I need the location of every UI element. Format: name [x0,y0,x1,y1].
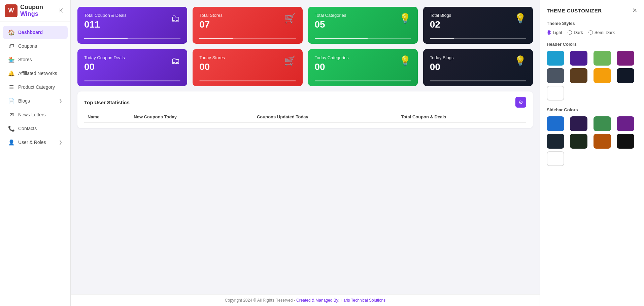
nav-label-blogs: Blogs [18,98,30,104]
panel-header: THEME CUSTOMIZER ✕ [547,7,637,14]
stat-label-today-categories: Today Categories [315,55,349,60]
stat-progress-total-blogs [430,38,526,39]
sidebar-color-swatch-8[interactable] [547,151,564,166]
chevron-icon-user-roles: ❯ [59,140,62,145]
sidebar-color-swatch-4[interactable] [547,134,564,149]
sidebar-item-coupons[interactable]: 🏷 Coupons [3,40,68,52]
footer-text: Copyright 2024 © All Rights Reserved - [225,298,296,303]
nav-label-affiliated-networks: Affiliated Networks [18,71,57,76]
sidebar-item-news-letters[interactable]: ✉ News Letters [3,108,68,121]
table-header: Top User Statistics ⚙ [84,97,526,108]
header-color-swatch-6[interactable] [594,68,611,83]
sidebar-collapse-button[interactable]: K [57,6,66,15]
sidebar-color-grid [547,116,637,166]
sidebar-item-dashboard[interactable]: 🏠 Dashboard [3,26,68,39]
nav-label-stores: Stores [18,57,32,62]
stat-icon-total-stores: 🛒 [284,13,296,24]
stat-progress-today-categories [315,80,411,81]
theme-styles-label: Theme Styles [547,21,637,26]
stat-label-today-blogs: Today Blogs [430,55,454,60]
header-color-swatch-4[interactable] [547,68,564,83]
logo-area: W Coupon Wings K [0,0,70,22]
header-color-swatch-2[interactable] [594,51,611,66]
header-colors-label: Header Colors [547,42,637,47]
panel-title: THEME CUSTOMIZER [547,8,602,13]
theme-option-label-dark: Dark [574,30,583,35]
theme-panel: THEME CUSTOMIZER ✕ Theme Styles LightDar… [540,0,644,306]
header-color-swatch-7[interactable] [617,68,634,83]
nav-label-product-category: Product Category [18,84,55,90]
sidebar-item-user-roles[interactable]: 👤 User & Roles ❯ [3,136,68,149]
stat-icon-today-categories: 💡 [399,55,411,66]
stat-icon-total-blogs: 💡 [514,13,526,24]
stat-icon-today-stores: 🛒 [284,55,296,66]
stat-icon-total-categories: 💡 [399,13,411,24]
sidebar-color-swatch-3[interactable] [617,116,634,131]
sidebar-color-swatch-0[interactable] [547,116,564,131]
sidebar: W Coupon Wings K 🏠 Dashboard 🏷 Coupons 🏪… [0,0,71,306]
header-color-swatch-0[interactable] [547,51,564,66]
sidebar-color-swatch-5[interactable] [570,134,587,149]
sidebar-item-blogs[interactable]: 📄 Blogs ❯ [3,94,68,108]
header-color-swatch-1[interactable] [570,51,587,66]
stat-icon-today-coupon-deals: 🗂 [171,55,180,66]
header-color-grid [547,51,637,101]
stat-progress-today-coupon-deals [84,80,180,81]
sidebar-item-product-category[interactable]: ☰ Product Category [3,81,68,94]
table-title: Top User Statistics [84,100,130,105]
theme-styles-options: LightDarkSemi Dark [547,30,637,35]
header-color-swatch-8[interactable] [547,86,564,101]
footer: Copyright 2024 © All Rights Reserved - C… [71,294,540,306]
header-color-swatch-3[interactable] [617,51,634,66]
nav-icon-news-letters: ✉ [8,112,15,118]
sidebar-item-affiliated-networks[interactable]: 🔔 Affiliated Networks [3,67,68,80]
stat-icon-total-coupon-deals: 🗂 [171,13,180,24]
stat-card-header-today-categories: Today Categories 00 💡 [315,55,411,72]
theme-option-label-light: Light [553,30,562,35]
stat-card-header-today-coupon-deals: Today Coupon Deals 00 🗂 [84,55,180,72]
theme-option-semi-dark[interactable]: Semi Dark [588,30,615,35]
sidebar-color-swatch-6[interactable] [594,134,611,149]
nav-label-coupons: Coupons [18,43,37,49]
sidebar-color-swatch-2[interactable] [594,116,611,131]
stat-label-total-stores: Total Stores [199,13,223,18]
sidebar-item-contacts[interactable]: 📞 Contacts [3,122,68,135]
stat-value-total-coupon-deals: 011 [84,19,127,30]
stat-progress-bar-total-coupon-deals [84,38,128,39]
logo-icon: W [5,4,18,17]
stat-card-total-blogs: Total Blogs 02 💡 [423,7,533,44]
sidebar-item-stores[interactable]: 🏪 Stores [3,53,68,66]
theme-option-dark[interactable]: Dark [568,30,583,35]
stat-value-today-coupon-deals: 00 [84,62,125,72]
nav-icon-blogs: 📄 [8,98,15,104]
stat-value-total-stores: 07 [199,19,223,30]
stat-progress-bar-total-stores [199,38,233,39]
stat-progress-total-categories [315,38,411,39]
table-section: Top User Statistics ⚙ NameNew Coupons To… [77,91,533,128]
content-area: Total Coupon & Deals 011 🗂 Total Stores … [71,0,540,294]
stat-card-today-categories: Today Categories 00 💡 [308,49,418,86]
nav-icon-coupons: 🏷 [8,43,15,49]
panel-close-button[interactable]: ✕ [632,7,637,14]
nav-label-contacts: Contacts [18,126,37,131]
stat-progress-bar-total-blogs [430,38,454,39]
stat-progress-total-coupon-deals [84,38,180,39]
stat-label-total-coupon-deals: Total Coupon & Deals [84,13,127,18]
footer-link[interactable]: Created & Managed By: Haris Technical So… [296,298,385,303]
stat-icon-today-blogs: 💡 [514,55,526,66]
theme-option-label-semi-dark: Semi Dark [595,30,615,35]
stat-progress-bar-total-categories [315,38,368,39]
nav-icon-user-roles: 👤 [8,139,15,146]
sidebar-color-swatch-1[interactable] [570,116,587,131]
header-color-swatch-5[interactable] [570,68,587,83]
sidebar-color-swatch-7[interactable] [617,134,634,149]
stat-value-today-blogs: 00 [430,62,454,72]
stat-value-today-categories: 00 [315,62,349,72]
nav-label-news-letters: News Letters [18,112,46,117]
table-settings-button[interactable]: ⚙ [515,97,526,108]
stat-progress-today-stores [199,80,296,81]
stat-card-header-total-coupon-deals: Total Coupon & Deals 011 🗂 [84,13,180,30]
stat-card-today-coupon-deals: Today Coupon Deals 00 🗂 [77,49,187,86]
theme-option-light[interactable]: Light [547,30,562,35]
nav-label-user-roles: User & Roles [18,140,46,145]
